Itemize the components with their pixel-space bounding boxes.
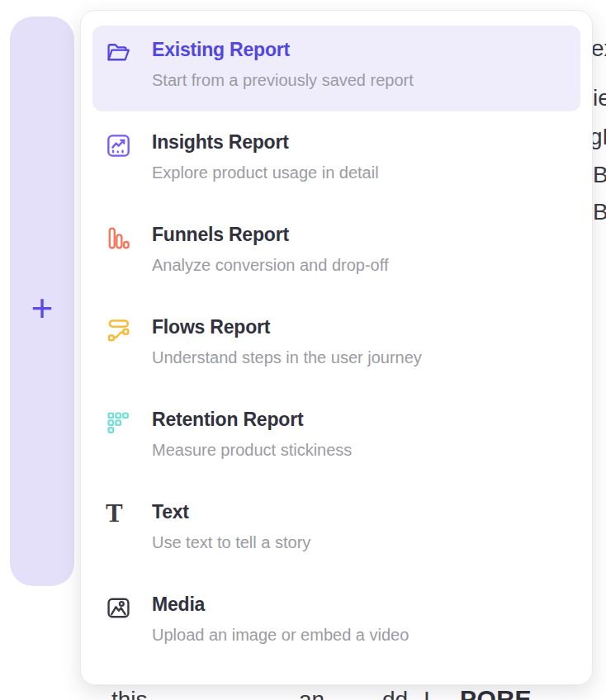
menu-item-label: Insights Report [152, 131, 379, 154]
background-text-fragment: PORE [460, 687, 532, 700]
folder-open-icon [106, 38, 132, 66]
menu-item-label: Retention Report [152, 409, 352, 432]
menu-item-label: Funnels Report [152, 224, 388, 247]
menu-item-label: Flows Report [152, 316, 422, 339]
menu-item-description: Analyze conversion and drop-off [152, 255, 388, 275]
funnel-bars-icon [106, 223, 132, 251]
board-side-rail: + [10, 17, 74, 586]
background-text-fragment: this [111, 688, 148, 700]
menu-item-description: Explore product usage in detail [152, 163, 379, 182]
background-text-fragment: ie [593, 87, 606, 110]
plus-icon: + [31, 286, 54, 329]
background-text-fragment: an [299, 688, 324, 700]
menu-item-label: Existing Report [152, 39, 414, 62]
menu-item-description: Measure product stickiness [152, 440, 352, 460]
flows-icon [106, 315, 132, 343]
media-image-icon [106, 593, 132, 621]
menu-item-flows-report[interactable]: Flows Report Understand steps in the use… [92, 303, 580, 389]
menu-item-insights-report[interactable]: Insights Report Explore product usage in… [92, 118, 580, 204]
background-text-fragment: B [593, 201, 606, 224]
menu-item-existing-report[interactable]: Existing Report Start from a previously … [92, 26, 580, 111]
background-text-fragment: ex [591, 37, 606, 60]
menu-item-text[interactable]: T Text Use text to tell a story [92, 488, 580, 574]
background-text-fragment: B [593, 163, 606, 187]
retention-grid-icon [106, 408, 132, 436]
add-to-board-menu: Existing Report Start from a previously … [80, 10, 593, 685]
menu-item-funnels-report[interactable]: Funnels Report Analyze conversion and dr… [92, 210, 580, 296]
menu-item-retention-report[interactable]: Retention Report Measure product stickin… [92, 395, 580, 481]
menu-item-description: Start from a previously saved report [152, 70, 414, 90]
menu-item-description: Use text to tell a story [152, 532, 310, 552]
background-text-fragment: dd [382, 688, 408, 700]
add-content-button[interactable]: + [10, 289, 74, 327]
menu-item-media[interactable]: Media Upload an image or embed a video [92, 580, 580, 666]
insights-chart-icon [106, 130, 132, 158]
menu-item-description: Understand steps in the user journey [152, 348, 422, 367]
menu-item-label: Text [152, 501, 310, 524]
menu-item-label: Media [152, 594, 409, 617]
text-icon: T [106, 500, 132, 526]
background-text-fragment: I. [424, 688, 437, 700]
menu-item-description: Upload an image or embed a video [152, 625, 409, 645]
